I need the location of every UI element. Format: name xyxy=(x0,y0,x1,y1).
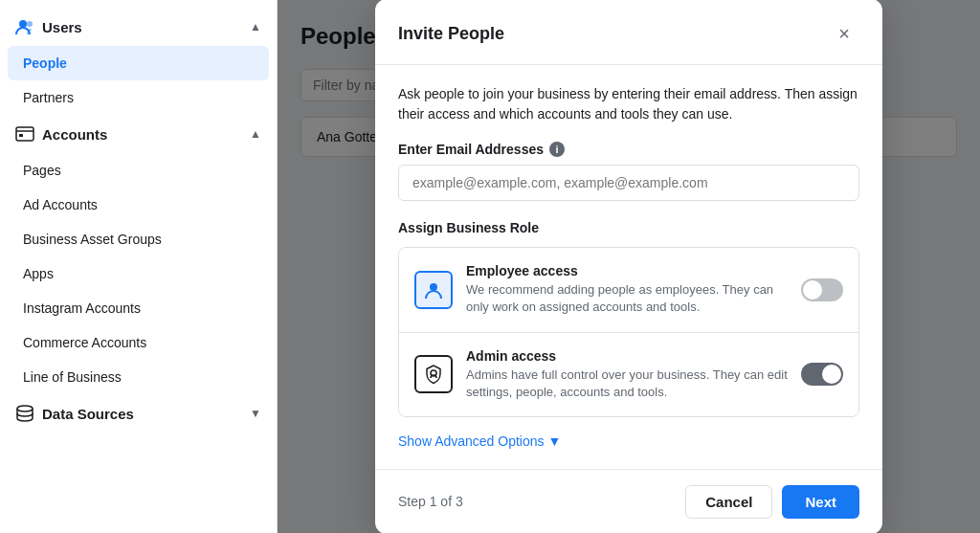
accounts-icon xyxy=(15,124,34,144)
employee-toggle-slider xyxy=(801,278,843,301)
sidebar-item-apps[interactable]: Apps xyxy=(0,256,277,291)
show-advanced-chevron-icon: ▼ xyxy=(548,433,562,449)
assign-role-label: Assign Business Role xyxy=(398,220,859,235)
next-button[interactable]: Next xyxy=(782,485,859,519)
admin-role-info: Admin access Admins have full control ov… xyxy=(466,348,788,401)
sidebar-item-instagram-accounts[interactable]: Instagram Accounts xyxy=(0,291,277,325)
close-icon: × xyxy=(838,23,850,45)
modal-header: Invite People × xyxy=(375,0,882,65)
datasources-chevron-icon: ▼ xyxy=(250,407,261,420)
sidebar-item-people[interactable]: People xyxy=(8,46,269,80)
svg-point-4 xyxy=(17,406,33,411)
info-icon: i xyxy=(549,142,565,157)
accounts-subsection: Pages Ad Accounts Business Asset Groups … xyxy=(0,153,277,394)
main-content: People Ana Gotter Invite People × Ask pe… xyxy=(278,0,980,533)
admin-role-desc: Admins have full control over your busin… xyxy=(466,366,788,401)
svg-point-5 xyxy=(430,283,437,291)
role-option-admin: Admin access Admins have full control ov… xyxy=(399,333,858,416)
admin-toggle-slider xyxy=(801,363,843,386)
modal-close-button[interactable]: × xyxy=(829,18,859,49)
sidebar-datasources-section[interactable]: Data Sources ▼ xyxy=(0,394,277,433)
email-field-label: Enter Email Addresses i xyxy=(398,142,859,157)
modal-title: Invite People xyxy=(398,24,504,44)
role-options: Employee access We recommend adding peop… xyxy=(398,247,859,417)
admin-role-name: Admin access xyxy=(466,348,788,364)
step-info: Step 1 of 3 xyxy=(398,494,463,509)
accounts-section-title: Accounts xyxy=(42,126,107,143)
svg-point-0 xyxy=(19,20,27,28)
sidebar-users-section[interactable]: Users ▲ xyxy=(0,8,277,46)
employee-toggle[interactable] xyxy=(801,278,843,301)
footer-buttons: Cancel Next xyxy=(685,485,859,519)
admin-toggle[interactable] xyxy=(801,363,843,386)
modal-overlay: Invite People × Ask people to join your … xyxy=(278,0,980,533)
svg-rect-2 xyxy=(16,127,33,141)
svg-point-1 xyxy=(27,21,33,27)
datasources-icon xyxy=(15,404,34,423)
invite-modal: Invite People × Ask people to join your … xyxy=(375,0,882,533)
sidebar-item-business-asset-groups[interactable]: Business Asset Groups xyxy=(0,222,277,256)
sidebar-item-commerce-accounts[interactable]: Commerce Accounts xyxy=(0,325,277,360)
sidebar-item-pages[interactable]: Pages xyxy=(0,153,277,188)
show-advanced-label: Show Advanced Options xyxy=(398,433,545,449)
show-advanced-options-link[interactable]: Show Advanced Options ▼ xyxy=(398,433,561,449)
sidebar-accounts-section[interactable]: Accounts ▲ xyxy=(0,115,277,153)
sidebar-item-ad-accounts[interactable]: Ad Accounts xyxy=(0,188,277,222)
users-icon xyxy=(15,17,34,36)
sidebar-item-line-of-business[interactable]: Line of Business xyxy=(0,360,277,394)
cancel-button[interactable]: Cancel xyxy=(685,485,772,519)
employee-role-icon xyxy=(414,271,453,309)
datasources-section-title: Data Sources xyxy=(42,406,134,422)
users-section-title: Users xyxy=(42,19,82,35)
role-option-employee: Employee access We recommend adding peop… xyxy=(399,248,858,332)
svg-rect-3 xyxy=(19,134,23,137)
employee-role-name: Employee access xyxy=(466,263,788,278)
modal-footer: Step 1 of 3 Cancel Next xyxy=(375,469,882,533)
admin-role-icon xyxy=(414,355,453,393)
users-chevron-icon: ▲ xyxy=(250,20,261,33)
accounts-chevron-icon: ▲ xyxy=(250,127,261,141)
employee-role-info: Employee access We recommend adding peop… xyxy=(466,263,788,316)
modal-description: Ask people to join your business by ente… xyxy=(398,84,859,124)
users-subsection: People Partners xyxy=(0,46,277,115)
sidebar: Users ▲ People Partners Accounts ▲ Pages… xyxy=(0,0,278,533)
employee-role-desc: We recommend adding people as employees.… xyxy=(466,281,788,316)
modal-body: Ask people to join your business by ente… xyxy=(375,65,882,469)
email-input[interactable] xyxy=(398,165,859,201)
sidebar-item-partners[interactable]: Partners xyxy=(0,80,277,115)
